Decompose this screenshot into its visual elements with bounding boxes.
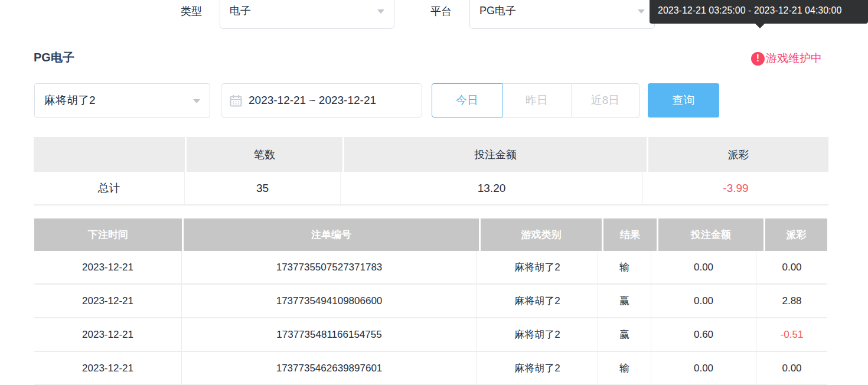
type-select[interactable]: 电子: [220, 0, 394, 29]
cell-result: 输: [598, 352, 651, 384]
header-game-category: 游戏类别: [481, 218, 602, 251]
summary-header-bet-amount: 投注金额: [344, 137, 647, 172]
cell-bet-amount: 0.60: [651, 318, 756, 351]
cell-result: 赢: [598, 318, 651, 351]
today-button[interactable]: 今日: [432, 83, 502, 118]
quick-date-button-group: 今日 昨日 近8日: [432, 83, 639, 118]
summary-total-count: 35: [185, 172, 341, 204]
platform-select-value: PG电子: [479, 4, 516, 18]
cell-game-category: 麻将胡了2: [477, 352, 598, 384]
calendar-icon: [230, 94, 242, 107]
yesterday-button[interactable]: 昨日: [502, 83, 571, 118]
game-select[interactable]: 麻将胡了2: [34, 83, 210, 118]
cell-bet-time: 2023-12-21: [34, 285, 182, 317]
cell-result: 输: [598, 251, 651, 283]
summary-total-bet-amount: 13.20: [341, 172, 643, 204]
cell-game-category: 麻将胡了2: [477, 251, 598, 283]
platform-label: 平台: [430, 3, 452, 19]
cell-bet-amount: 0.00: [651, 352, 756, 384]
exclamation-icon: !: [751, 52, 765, 66]
tooltip-arrow-icon: [755, 23, 765, 28]
bets-table-header-row: 下注时间 注单编号 游戏类别 结果 投注金额 派彩: [34, 218, 827, 251]
cell-bet-amount: 0.00: [651, 285, 756, 317]
cell-order-number: 1737735507527371783: [182, 251, 477, 283]
header-payout: 派彩: [765, 218, 827, 251]
cell-result: 赢: [598, 285, 651, 317]
cell-bet-amount: 0.00: [651, 251, 756, 283]
table-row: 2023-12-21 1737735507527371783 麻将胡了2 输 0…: [34, 251, 827, 285]
summary-total-payout: -3.99: [643, 172, 828, 204]
cell-payout: 0.00: [756, 251, 827, 283]
game-select-value: 麻将胡了2: [44, 93, 96, 108]
page-title: PG电子: [34, 50, 74, 66]
summary-header-row: 笔数 投注金额 派彩: [34, 137, 828, 172]
type-label: 类型: [181, 3, 202, 19]
betting-records-page: 类型 电子 平台 PG电子 2023-12-21 03:25:00 - 2023…: [0, 0, 868, 385]
cell-order-number: 1737735481166154755: [182, 318, 477, 351]
last-8-days-button[interactable]: 近8日: [571, 83, 639, 118]
summary-table: 笔数 投注金额 派彩 总计 35 13.20 -3.99: [34, 137, 828, 205]
filter-row: 麻将胡了2 2023-12-21 ~ 2023-12-21 今日 昨日 近8日 …: [0, 83, 868, 118]
table-row: 2023-12-21 1737735462639897601 麻将胡了2 输 0…: [34, 352, 827, 385]
chevron-down-icon: [377, 9, 384, 14]
maintenance-time-tooltip: 2023-12-21 03:25:00 - 2023-12-21 04:30:0…: [650, 0, 868, 24]
cell-bet-time: 2023-12-21: [34, 251, 182, 283]
platform-select[interactable]: PG电子: [469, 0, 655, 29]
header-order-number: 注单编号: [184, 218, 479, 251]
summary-header-count: 笔数: [187, 137, 342, 172]
header-bet-time: 下注时间: [34, 218, 182, 251]
cell-order-number: 1737735462639897601: [182, 352, 477, 384]
cell-payout: 2.88: [756, 285, 827, 317]
cell-payout: 0.00: [756, 352, 827, 384]
bets-table: 下注时间 注单编号 游戏类别 结果 投注金额 派彩 2023-12-21 173…: [34, 218, 827, 385]
maintenance-badge: ! 游戏维护中: [751, 51, 822, 66]
cell-game-category: 麻将胡了2: [477, 318, 598, 351]
date-range-value: 2023-12-21 ~ 2023-12-21: [249, 94, 376, 107]
search-button[interactable]: 查询: [648, 83, 719, 118]
maintenance-badge-label: 游戏维护中: [766, 51, 822, 66]
header-bet-amount: 投注金额: [658, 218, 763, 251]
cell-payout: -0.51: [756, 318, 827, 351]
summary-total-row: 总计 35 13.20 -3.99: [34, 172, 828, 205]
summary-header-empty: [34, 137, 185, 172]
cell-game-category: 麻将胡了2: [477, 285, 598, 317]
summary-header-payout: 派彩: [648, 137, 828, 172]
table-row: 2023-12-21 1737735481166154755 麻将胡了2 赢 0…: [34, 318, 827, 352]
cell-bet-time: 2023-12-21: [34, 352, 182, 384]
date-range-picker[interactable]: 2023-12-21 ~ 2023-12-21: [221, 83, 422, 118]
table-row: 2023-12-21 1737735494109806600 麻将胡了2 赢 0…: [34, 285, 827, 318]
summary-total-label: 总计: [34, 172, 185, 204]
type-select-value: 电子: [230, 4, 251, 18]
cell-order-number: 1737735494109806600: [182, 285, 477, 317]
tooltip-text: 2023-12-21 03:25:00 - 2023-12-21 04:30:0…: [658, 5, 841, 15]
chevron-down-icon: [638, 9, 645, 14]
cell-bet-time: 2023-12-21: [34, 318, 182, 351]
chevron-down-icon: [193, 99, 200, 103]
header-result: 结果: [603, 218, 657, 251]
